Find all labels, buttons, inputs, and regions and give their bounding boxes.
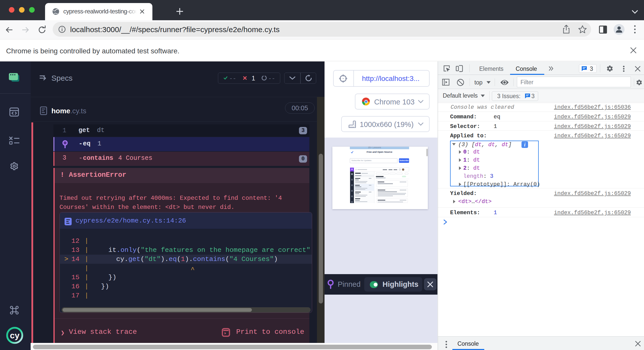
svg-text:cy: cy — [10, 331, 19, 340]
